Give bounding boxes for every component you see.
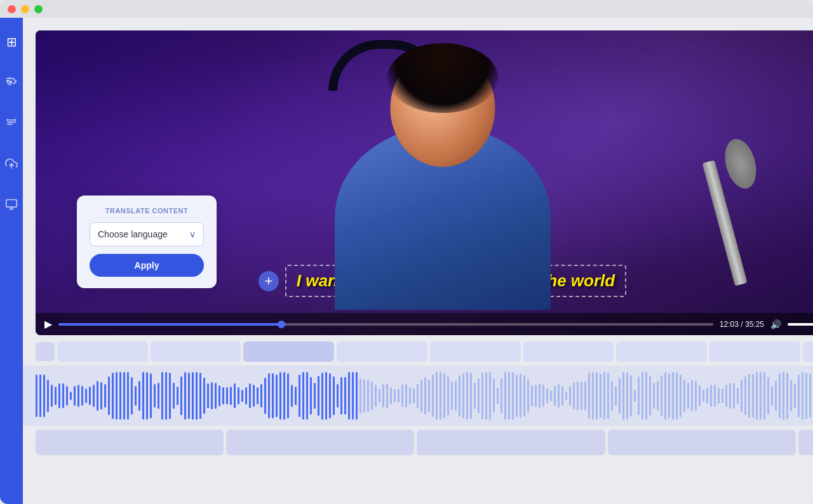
sidebar-item-monitor[interactable] <box>0 193 23 216</box>
subtitle-clip[interactable] <box>616 342 707 362</box>
waveform-bar <box>230 387 232 406</box>
subtitle-clip[interactable] <box>430 342 521 362</box>
waveform-bar <box>39 375 41 416</box>
waveform-bar <box>310 377 312 415</box>
waveform-bar <box>520 374 521 418</box>
waveform-bar <box>672 372 674 420</box>
waveform-bar <box>805 373 807 419</box>
subtitle-clip-active[interactable] <box>243 342 334 362</box>
sidebar-item-upload[interactable] <box>0 152 23 175</box>
waveform-bar <box>127 372 129 420</box>
maximize-button[interactable] <box>34 5 43 13</box>
progress-bar[interactable] <box>58 323 713 326</box>
sidebar-item-dashboard[interactable]: ⊞ <box>0 30 23 53</box>
subtitle-clip[interactable] <box>709 342 800 362</box>
video-player[interactable]: + I want to share my stories with the wo… <box>36 30 813 335</box>
waveform-bar <box>531 385 533 406</box>
sidebar-item-translate[interactable] <box>0 71 23 94</box>
waveform-bar <box>36 375 37 416</box>
waveform-bar <box>318 376 319 415</box>
waveform-bar <box>611 381 613 411</box>
waveform-bar <box>443 373 445 419</box>
close-button[interactable] <box>8 5 16 13</box>
waveform-bar <box>337 384 339 408</box>
waveform-bar <box>550 390 552 401</box>
waveform-bar <box>626 372 628 420</box>
waveform-bar <box>306 372 308 420</box>
waveform-bar <box>299 375 300 417</box>
time-display: 12:03 / 35:25 <box>720 320 764 329</box>
video-controls: ▶ 12:03 / 35:25 🔊 ⚙ <box>36 313 813 335</box>
waveform-bar <box>676 372 678 420</box>
waveform-bar <box>809 374 811 418</box>
waveform-bar <box>527 379 529 413</box>
waveform-bar <box>321 373 323 420</box>
subtitle-clip[interactable] <box>337 342 427 362</box>
waveform-bar <box>325 372 327 420</box>
waveform-bar <box>642 372 643 420</box>
waveform-bar <box>741 380 742 413</box>
waveform-bar <box>489 372 491 420</box>
waveform-bar <box>89 387 91 406</box>
waveform-bar <box>154 384 156 407</box>
waveform-bar <box>695 381 697 411</box>
waveform-bar <box>116 372 118 420</box>
waveform-bar <box>123 372 125 420</box>
bottom-clip[interactable] <box>417 430 605 455</box>
waveform-bar <box>775 381 777 411</box>
top-area: + I want to share my stories with the wo… <box>23 18 813 335</box>
waveform-bar <box>398 389 400 402</box>
bottom-clip[interactable] <box>608 430 796 455</box>
waveform-bar <box>523 375 525 416</box>
language-dropdown[interactable]: Choose language ∨ <box>90 222 204 246</box>
waveform-bar <box>748 374 750 418</box>
bottom-clip[interactable] <box>798 430 813 455</box>
waveform-bar <box>501 378 502 413</box>
waveform-bar <box>634 390 636 401</box>
waveform-bar <box>622 372 624 420</box>
play-button[interactable]: ▶ <box>44 318 52 330</box>
waveform-bar <box>138 381 140 411</box>
subtitle-clip[interactable] <box>523 342 614 362</box>
waveform-bar <box>272 373 274 418</box>
volume-bar[interactable] <box>788 323 813 326</box>
subtitle-clip[interactable] <box>803 342 813 362</box>
waveform-bar <box>417 384 419 408</box>
sidebar-item-text[interactable] <box>0 112 23 135</box>
waveform-bar <box>363 379 365 413</box>
waveform-bar <box>238 387 239 404</box>
waveform-bar <box>104 384 106 407</box>
waveform-bar <box>657 381 659 411</box>
waveform-bar <box>565 392 567 401</box>
waveform-bar <box>432 375 434 417</box>
waveform-container[interactable] <box>23 366 813 426</box>
waveform-bar <box>729 383 731 408</box>
waveform-bar <box>249 383 251 408</box>
waveform-bar <box>436 372 438 420</box>
waveform-bar <box>295 387 297 405</box>
waveform-bar <box>203 378 205 414</box>
volume-button[interactable]: 🔊 <box>770 319 781 329</box>
waveform-bar <box>588 373 590 418</box>
translate-popup-title: TRANSLATE CONTENT <box>90 207 204 215</box>
waveform-bar <box>687 383 689 409</box>
waveform-bar <box>447 376 449 414</box>
minimize-button[interactable] <box>21 5 29 13</box>
subtitle-clip[interactable] <box>57 342 148 362</box>
add-subtitle-button[interactable]: + <box>259 271 279 291</box>
waveform-bar <box>108 376 110 415</box>
waveform-bar <box>733 383 735 408</box>
waveform-bar <box>192 372 194 420</box>
waveform-bar <box>581 381 582 409</box>
waveform-bar <box>420 380 422 411</box>
apply-button[interactable]: Apply <box>90 254 204 277</box>
waveform-bar <box>241 390 243 402</box>
app-container: ⊞ <box>0 18 813 504</box>
waveform-bar <box>51 385 53 406</box>
subtitle-clip[interactable] <box>151 342 241 362</box>
waveform-bar <box>474 383 476 409</box>
bottom-clip[interactable] <box>226 430 414 455</box>
waveform-bar <box>74 386 76 406</box>
waveform-bar <box>470 373 472 420</box>
bottom-clip[interactable] <box>36 430 224 455</box>
